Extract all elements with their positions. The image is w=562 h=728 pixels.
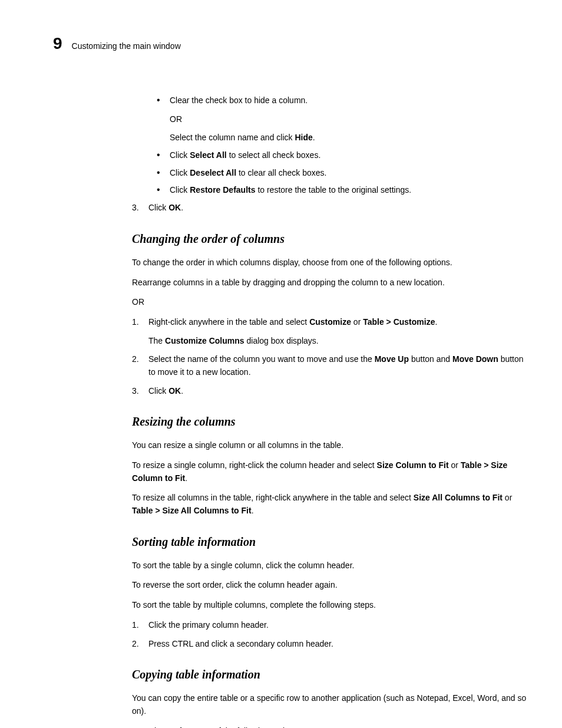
list-item-marker: 1. xyxy=(132,725,148,728)
body-paragraph: You can copy the entire table or a speci… xyxy=(132,692,527,717)
list-item: 1.Right-click anywhere in the table and … xyxy=(132,316,527,347)
list-item-line: Right-click anywhere in the table and se… xyxy=(148,316,527,329)
page: 9 Customizing the main window Clear the … xyxy=(0,0,562,728)
list-item-body: Click Select All to select all check box… xyxy=(170,149,527,162)
bold-text: Customize Columns xyxy=(165,336,244,345)
list-item-body: Click the primary column header. xyxy=(148,619,527,632)
bold-text: Table > Customize xyxy=(363,317,435,327)
page-body: Clear the check box to hide a column.ORS… xyxy=(132,94,527,728)
list-item-body: Choose from one of the following options… xyxy=(148,725,527,728)
chapter-number: 9 xyxy=(53,34,62,53)
list-item: 2.Press CTRL and click a secondary colum… xyxy=(132,638,527,651)
list-item-body: Select the name of the column you want t… xyxy=(148,353,527,378)
list-item-body: Click Restore Defaults to restore the ta… xyxy=(170,184,527,197)
chapter-title: Customizing the main window xyxy=(72,41,181,51)
list-item: 3.Click OK. xyxy=(132,202,527,215)
list-item-body: Right-click anywhere in the table and se… xyxy=(148,316,527,347)
body-paragraph: You can resize a single column or all co… xyxy=(132,439,527,452)
page-header: 9 Customizing the main window xyxy=(53,34,527,53)
bold-text: Deselect All xyxy=(190,168,236,177)
bold-text: Customize xyxy=(309,317,351,327)
section-heading: Sorting table information xyxy=(132,533,527,551)
bold-text: Select All xyxy=(190,150,227,160)
list-item-marker: 2. xyxy=(132,353,148,378)
bold-text: Table > Size Column to Fit xyxy=(132,460,507,483)
numbered-list: 1.Right-click anywhere in the table and … xyxy=(132,316,527,397)
body-paragraph: To sort the table by multiple columns, c… xyxy=(132,599,527,612)
list-item-line: The Customize Columns dialog box display… xyxy=(148,335,527,348)
list-item-line: Click the primary column header. xyxy=(148,619,527,632)
list-item-marker: 3. xyxy=(132,202,148,215)
bold-text: Size Column to Fit xyxy=(377,460,449,470)
numbered-list: 1.Click the primary column header.2.Pres… xyxy=(132,619,527,650)
list-item: 1.Click the primary column header. xyxy=(132,619,527,632)
list-item-line: Select the column name and click Hide. xyxy=(170,131,527,144)
bold-text: Size All Columns to Fit xyxy=(414,493,503,502)
list-item-body: Clear the check box to hide a column.ORS… xyxy=(170,94,527,144)
body-paragraph: To change the order in which columns dis… xyxy=(132,256,527,269)
list-item: 1.Choose from one of the following optio… xyxy=(132,725,527,728)
bold-text: Hide xyxy=(295,133,312,142)
list-item-line: Click Deselect All to clear all check bo… xyxy=(170,167,527,180)
list-item: Click Select All to select all check box… xyxy=(157,149,527,162)
bold-text: OK xyxy=(168,386,181,396)
section-heading: Copying table information xyxy=(132,666,527,684)
body-paragraph: To reverse the sort order, click the col… xyxy=(132,579,527,592)
list-item-body: Click Deselect All to clear all check bo… xyxy=(170,167,527,180)
body-paragraph: OR xyxy=(132,296,527,309)
list-item-body: Click OK. xyxy=(148,202,527,215)
bold-text: Restore Defaults xyxy=(190,185,255,195)
list-item-line: Click Restore Defaults to restore the ta… xyxy=(170,184,527,197)
bold-text: OK xyxy=(168,203,181,212)
list-item-line: Clear the check box to hide a column. xyxy=(170,94,527,107)
body-paragraph: To resize all columns in the table, righ… xyxy=(132,492,527,517)
numbered-list: 3.Click OK. xyxy=(132,202,527,215)
list-item-line: Choose from one of the following options… xyxy=(148,725,527,728)
body-paragraph: To resize a single column, right-click t… xyxy=(132,459,527,485)
list-item-marker: 1. xyxy=(132,316,148,347)
bold-text: Move Down xyxy=(452,354,498,364)
numbered-list: 1.Choose from one of the following optio… xyxy=(132,725,527,728)
list-item-line: Click OK. xyxy=(148,202,527,215)
list-item-line: Press CTRL and click a secondary column … xyxy=(148,638,527,651)
list-item-line: Click Select All to select all check box… xyxy=(170,149,527,162)
list-item: Click Deselect All to clear all check bo… xyxy=(157,167,527,180)
list-item: 2.Select the name of the column you want… xyxy=(132,353,527,378)
list-item: Clear the check box to hide a column.ORS… xyxy=(157,94,527,144)
bulleted-list: Clear the check box to hide a column.ORS… xyxy=(157,94,527,197)
list-item-marker: 1. xyxy=(132,619,148,632)
bold-text: Move Up xyxy=(375,354,409,364)
list-item-line: OR xyxy=(170,113,527,126)
body-paragraph: Rearrange columns in a table by dragging… xyxy=(132,276,527,289)
list-item-line: Click OK. xyxy=(148,385,527,398)
list-item-marker: 2. xyxy=(132,638,148,651)
list-item-line: Select the name of the column you want t… xyxy=(148,353,527,378)
list-item-body: Press CTRL and click a secondary column … xyxy=(148,638,527,651)
list-item-marker: 3. xyxy=(132,385,148,398)
list-item: Click Restore Defaults to restore the ta… xyxy=(157,184,527,197)
list-item-body: Click OK. xyxy=(148,385,527,398)
bold-text: Table > Size All Columns to Fit xyxy=(132,506,252,515)
body-paragraph: To sort the table by a single column, cl… xyxy=(132,559,527,572)
section-heading: Changing the order of columns xyxy=(132,230,527,248)
section-heading: Resizing the columns xyxy=(132,413,527,431)
list-item: 3.Click OK. xyxy=(132,385,527,398)
